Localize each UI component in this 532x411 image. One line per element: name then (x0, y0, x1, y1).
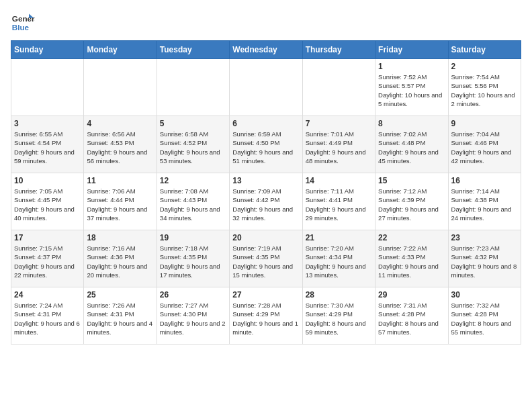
day-info: Sunrise: 6:58 AM Sunset: 4:52 PM Dayligh… (160, 130, 226, 165)
day-info: Sunrise: 7:14 AM Sunset: 4:38 PM Dayligh… (451, 187, 518, 222)
calendar-cell: 10Sunrise: 7:05 AM Sunset: 4:45 PM Dayli… (11, 173, 84, 230)
day-number: 13 (232, 176, 299, 185)
day-number: 29 (378, 290, 445, 300)
day-number: 26 (160, 290, 226, 300)
day-info: Sunrise: 7:04 AM Sunset: 4:46 PM Dayligh… (451, 130, 518, 165)
weekday-header: Friday (375, 41, 448, 59)
day-info: Sunrise: 7:23 AM Sunset: 4:32 PM Dayligh… (451, 244, 518, 279)
day-info: Sunrise: 6:56 AM Sunset: 4:53 PM Dayligh… (87, 130, 153, 165)
logo: General Blue (11, 11, 35, 35)
day-number: 16 (451, 176, 518, 185)
calendar-cell: 5Sunrise: 6:58 AM Sunset: 4:52 PM Daylig… (157, 116, 229, 173)
day-number: 28 (306, 290, 372, 300)
day-info: Sunrise: 7:08 AM Sunset: 4:43 PM Dayligh… (160, 187, 226, 222)
day-info: Sunrise: 7:11 AM Sunset: 4:41 PM Dayligh… (306, 187, 372, 222)
calendar-cell: 6Sunrise: 6:59 AM Sunset: 4:50 PM Daylig… (230, 116, 302, 173)
day-number: 2 (451, 62, 518, 71)
day-number: 25 (87, 290, 153, 300)
day-info: Sunrise: 7:12 AM Sunset: 4:39 PM Dayligh… (378, 187, 445, 222)
calendar-cell: 18Sunrise: 7:16 AM Sunset: 4:36 PM Dayli… (84, 230, 157, 287)
calendar-cell: 17Sunrise: 7:15 AM Sunset: 4:37 PM Dayli… (11, 230, 84, 287)
day-number: 30 (451, 290, 518, 300)
calendar-cell: 23Sunrise: 7:23 AM Sunset: 4:32 PM Dayli… (448, 230, 521, 287)
calendar-cell: 9Sunrise: 7:04 AM Sunset: 4:46 PM Daylig… (448, 116, 521, 173)
day-number: 5 (160, 119, 226, 128)
logo-icon: General Blue (11, 11, 35, 35)
calendar-cell: 4Sunrise: 6:56 AM Sunset: 4:53 PM Daylig… (84, 116, 157, 173)
day-number: 6 (232, 119, 299, 128)
day-number: 22 (378, 233, 445, 242)
calendar-cell: 15Sunrise: 7:12 AM Sunset: 4:39 PM Dayli… (375, 173, 448, 230)
calendar-cell: 20Sunrise: 7:19 AM Sunset: 4:35 PM Dayli… (230, 230, 302, 287)
day-number: 8 (378, 119, 445, 128)
day-number: 20 (232, 233, 299, 242)
calendar-cell: 11Sunrise: 7:06 AM Sunset: 4:44 PM Dayli… (84, 173, 157, 230)
day-number: 1 (378, 62, 445, 71)
day-info: Sunrise: 7:26 AM Sunset: 4:31 PM Dayligh… (87, 301, 153, 336)
calendar-cell: 8Sunrise: 7:02 AM Sunset: 4:48 PM Daylig… (375, 116, 448, 173)
day-number: 4 (87, 119, 153, 128)
weekday-header: Tuesday (157, 41, 229, 59)
day-number: 17 (14, 233, 81, 242)
calendar-cell: 16Sunrise: 7:14 AM Sunset: 4:38 PM Dayli… (448, 173, 521, 230)
calendar-cell: 30Sunrise: 7:32 AM Sunset: 4:28 PM Dayli… (448, 287, 521, 345)
calendar-cell: 2Sunrise: 7:54 AM Sunset: 5:56 PM Daylig… (448, 59, 521, 116)
calendar-cell (302, 59, 375, 116)
calendar-cell (157, 59, 229, 116)
calendar-cell: 13Sunrise: 7:09 AM Sunset: 4:42 PM Dayli… (230, 173, 302, 230)
day-info: Sunrise: 7:54 AM Sunset: 5:56 PM Dayligh… (451, 73, 518, 108)
day-info: Sunrise: 7:27 AM Sunset: 4:30 PM Dayligh… (160, 301, 226, 336)
day-info: Sunrise: 7:18 AM Sunset: 4:35 PM Dayligh… (160, 244, 226, 279)
day-number: 12 (160, 176, 226, 185)
calendar-cell: 12Sunrise: 7:08 AM Sunset: 4:43 PM Dayli… (157, 173, 229, 230)
day-info: Sunrise: 7:15 AM Sunset: 4:37 PM Dayligh… (14, 244, 81, 279)
header: General Blue (11, 11, 521, 35)
calendar-cell (11, 59, 84, 116)
calendar-cell (230, 59, 302, 116)
day-number: 3 (14, 119, 81, 128)
weekday-header: Saturday (448, 41, 521, 59)
calendar-cell (84, 59, 157, 116)
day-info: Sunrise: 7:22 AM Sunset: 4:33 PM Dayligh… (378, 244, 445, 279)
day-number: 27 (232, 290, 299, 300)
calendar-cell: 24Sunrise: 7:24 AM Sunset: 4:31 PM Dayli… (11, 287, 84, 345)
day-info: Sunrise: 7:30 AM Sunset: 4:29 PM Dayligh… (306, 301, 372, 336)
day-info: Sunrise: 7:52 AM Sunset: 5:57 PM Dayligh… (378, 73, 445, 108)
weekday-header: Sunday (11, 41, 84, 59)
day-info: Sunrise: 7:28 AM Sunset: 4:29 PM Dayligh… (232, 301, 299, 336)
calendar-table: SundayMondayTuesdayWednesdayThursdayFrid… (11, 40, 521, 345)
day-info: Sunrise: 7:32 AM Sunset: 4:28 PM Dayligh… (451, 301, 518, 336)
day-number: 11 (87, 176, 153, 185)
day-info: Sunrise: 7:19 AM Sunset: 4:35 PM Dayligh… (232, 244, 299, 279)
day-number: 15 (378, 176, 445, 185)
svg-text:Blue: Blue (12, 23, 30, 32)
calendar-cell: 29Sunrise: 7:31 AM Sunset: 4:28 PM Dayli… (375, 287, 448, 345)
day-number: 18 (87, 233, 153, 242)
calendar-cell: 26Sunrise: 7:27 AM Sunset: 4:30 PM Dayli… (157, 287, 229, 345)
day-number: 9 (451, 119, 518, 128)
day-info: Sunrise: 7:05 AM Sunset: 4:45 PM Dayligh… (14, 187, 81, 222)
day-info: Sunrise: 6:55 AM Sunset: 4:54 PM Dayligh… (14, 130, 81, 165)
day-number: 23 (451, 233, 518, 242)
day-info: Sunrise: 7:24 AM Sunset: 4:31 PM Dayligh… (14, 301, 81, 336)
day-number: 19 (160, 233, 226, 242)
calendar-cell: 3Sunrise: 6:55 AM Sunset: 4:54 PM Daylig… (11, 116, 84, 173)
weekday-header: Thursday (302, 41, 375, 59)
calendar-cell: 25Sunrise: 7:26 AM Sunset: 4:31 PM Dayli… (84, 287, 157, 345)
day-info: Sunrise: 7:09 AM Sunset: 4:42 PM Dayligh… (232, 187, 299, 222)
calendar-cell: 21Sunrise: 7:20 AM Sunset: 4:34 PM Dayli… (302, 230, 375, 287)
calendar-cell: 22Sunrise: 7:22 AM Sunset: 4:33 PM Dayli… (375, 230, 448, 287)
day-info: Sunrise: 7:16 AM Sunset: 4:36 PM Dayligh… (87, 244, 153, 279)
svg-text:General: General (12, 14, 35, 23)
day-info: Sunrise: 7:02 AM Sunset: 4:48 PM Dayligh… (378, 130, 445, 165)
calendar-cell: 1Sunrise: 7:52 AM Sunset: 5:57 PM Daylig… (375, 59, 448, 116)
calendar-cell: 14Sunrise: 7:11 AM Sunset: 4:41 PM Dayli… (302, 173, 375, 230)
calendar-cell: 27Sunrise: 7:28 AM Sunset: 4:29 PM Dayli… (230, 287, 302, 345)
day-info: Sunrise: 7:31 AM Sunset: 4:28 PM Dayligh… (378, 301, 445, 336)
day-number: 10 (14, 176, 81, 185)
day-number: 14 (306, 176, 372, 185)
weekday-header: Wednesday (230, 41, 302, 59)
day-number: 7 (306, 119, 372, 128)
calendar-cell: 19Sunrise: 7:18 AM Sunset: 4:35 PM Dayli… (157, 230, 229, 287)
day-number: 24 (14, 290, 81, 300)
